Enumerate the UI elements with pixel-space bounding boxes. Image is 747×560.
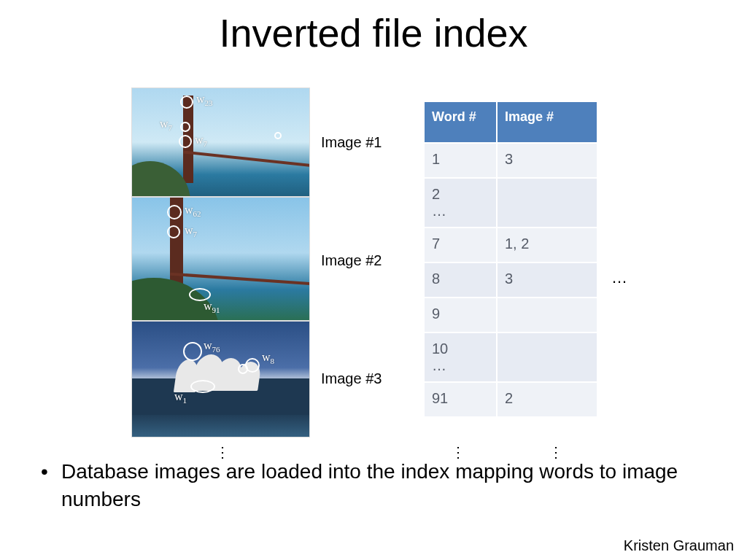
feature-circle [238,364,248,374]
table-cell: 7 [424,228,497,262]
table-cell: 2 [497,382,597,417]
feature-circle [274,132,282,139]
table-cell: 10 … [424,332,497,382]
ellipsis-icon: … [611,268,629,287]
feature-circle [190,380,215,393]
table-header-image: Image # [497,101,597,143]
image-3-label: Image #3 [321,370,382,387]
feature-label: w8 [262,351,274,365]
table-cell: 3 [497,262,597,298]
feature-label: w7 [160,117,172,132]
table-cell: 9 [424,298,497,332]
bullet-point: • Database images are loaded into the in… [61,458,703,513]
table-cell: 8 [424,262,497,298]
table-cell: 1, 2 [497,228,597,262]
table-cell [497,178,597,228]
image-1-label: Image #1 [321,134,382,151]
table-cell [497,298,597,332]
table-header-word: Word # [424,101,497,143]
feature-label: w62 [185,203,201,218]
feature-label: w91 [204,300,220,314]
image-2-label: Image #2 [321,252,382,269]
slide-body: Database images w23 w7 w7 w62 w7 w91 [0,88,747,467]
inverted-index-table: Word # Image # 13 2 … 71, 2 83 9 10 … 91… [423,101,598,418]
table-cell [497,332,597,382]
database-image-1: w23 w7 w7 [131,88,310,197]
bullet-text: Database images are loaded into the inde… [61,460,678,510]
feature-label: w76 [204,339,220,354]
table-cell: 2 … [424,178,497,228]
table-cell: 3 [497,143,597,178]
image-stack: w23 w7 w7 w62 w7 w91 w76 [131,88,310,438]
author-credit: Kristen Grauman [624,537,734,554]
feature-circle [180,96,193,109]
slide-title: Inverted file index [0,0,747,55]
feature-label: w23 [196,93,213,107]
table-cell: 1 [424,143,497,178]
bullet-icon: • [41,458,48,486]
feature-circle [179,135,192,148]
database-image-2: w62 w7 w91 [131,197,310,321]
table-cell: 91 [424,382,497,417]
feature-circle [180,122,190,132]
feature-label: w7 [195,133,207,148]
feature-circle [167,225,180,238]
database-image-3: w76 w8 w1 [131,321,310,438]
feature-circle [167,205,182,219]
feature-label: w1 [174,390,187,405]
feature-label: w7 [185,224,197,238]
feature-circle [183,342,202,361]
